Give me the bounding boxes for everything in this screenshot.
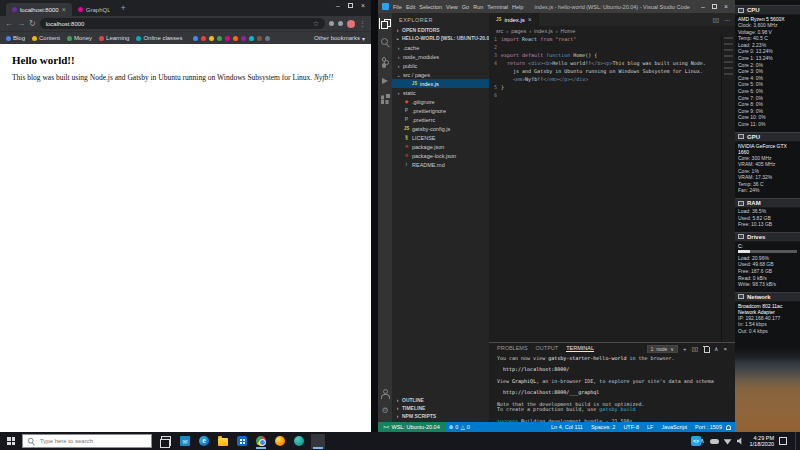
bookmark-favicon-icon[interactable] bbox=[265, 36, 270, 41]
menu-selection[interactable]: Selection bbox=[419, 4, 442, 10]
maximize-icon[interactable] bbox=[712, 4, 717, 9]
source-control-icon[interactable] bbox=[379, 56, 391, 67]
back-icon[interactable]: ← bbox=[5, 20, 13, 28]
extension-icon[interactable] bbox=[329, 21, 334, 26]
settings-gear-icon[interactable]: ⚙ bbox=[379, 405, 391, 416]
eol-type[interactable]: LF bbox=[643, 424, 657, 430]
panel-tab-terminal[interactable]: TERMINAL bbox=[566, 345, 594, 352]
file-tree-item[interactable]: ›.cache bbox=[392, 43, 489, 52]
menu-edit[interactable]: Edit bbox=[406, 4, 415, 10]
file-tree-item[interactable]: §LICENSE bbox=[392, 133, 489, 142]
breadcrumb-item[interactable]: src bbox=[496, 28, 503, 34]
wifi-icon[interactable] bbox=[724, 438, 732, 445]
encoding[interactable]: UTF-8 bbox=[619, 424, 643, 430]
file-tree-item[interactable]: ◆.gitignore bbox=[392, 97, 489, 106]
bookmark-favicon-icon[interactable] bbox=[233, 36, 238, 41]
file-tree-item[interactable]: P.prettierignore bbox=[392, 106, 489, 115]
code-line[interactable]: js and Gatsby in Ubuntu running on Windo… bbox=[489, 67, 735, 75]
sidebar-section-outline[interactable]: ›OUTLINE bbox=[392, 396, 489, 404]
mail-taskbar-icon[interactable] bbox=[178, 434, 192, 449]
file-explorer-taskbar-icon[interactable] bbox=[216, 434, 230, 449]
sidebar-section-npm-scripts[interactable]: ›NPM SCRIPTS bbox=[392, 412, 489, 420]
menu-terminal[interactable]: Terminal bbox=[487, 4, 508, 10]
profile-avatar[interactable] bbox=[347, 20, 355, 28]
bookmark-favicon-icon[interactable] bbox=[241, 36, 246, 41]
file-tree-item[interactable]: ›public bbox=[392, 61, 489, 70]
search-input[interactable] bbox=[40, 438, 140, 444]
maximize-panel-icon[interactable]: ∧ bbox=[714, 346, 718, 352]
sidebar-section-timeline[interactable]: ›TIMELINE bbox=[392, 404, 489, 412]
code-line[interactable]: 6 bbox=[489, 91, 735, 99]
bookmark-favicon-icon[interactable] bbox=[249, 36, 254, 41]
file-tree-item[interactable]: ›node_modules bbox=[392, 52, 489, 61]
run-debug-icon[interactable] bbox=[379, 75, 391, 86]
bookmark-item[interactable]: Money bbox=[67, 35, 92, 41]
store-taskbar-icon[interactable] bbox=[235, 434, 249, 449]
taskbar-clock[interactable]: 4:29 PM 1/18/2020 bbox=[750, 435, 774, 448]
more-actions-icon[interactable]: ⋯ bbox=[724, 16, 730, 23]
code-editor[interactable]: 1import React from "react"23export defau… bbox=[489, 35, 735, 342]
tab-close-icon[interactable]: × bbox=[528, 16, 532, 23]
language-mode[interactable]: JavaScript bbox=[657, 424, 691, 430]
bookmark-item[interactable]: Online classes bbox=[136, 35, 182, 41]
bookmark-favicon-icon[interactable] bbox=[209, 36, 214, 41]
file-tree-item[interactable]: JSindex.js bbox=[392, 79, 489, 88]
file-tree-item[interactable]: ›static bbox=[392, 88, 489, 97]
close-icon[interactable]: × bbox=[361, 2, 365, 9]
breadcrumb-item[interactable]: Home bbox=[561, 28, 576, 34]
workspace-root-section[interactable]: ⌄ HELLO-WORLD [WSL: UBUNTU-20.04] bbox=[392, 34, 489, 42]
forward-icon[interactable]: → bbox=[17, 20, 25, 28]
file-tree-item[interactable]: ⌄src / pages bbox=[392, 70, 489, 79]
file-tree-item[interactable]: iREADME.md bbox=[392, 160, 489, 169]
file-tree-item[interactable]: JSgatsby-config.js bbox=[392, 124, 489, 133]
volume-icon[interactable] bbox=[737, 437, 745, 445]
remote-indicator[interactable]: >< WSL: Ubuntu-20.04 bbox=[378, 422, 445, 432]
browser-menu-icon[interactable]: ⋮ bbox=[359, 20, 366, 28]
breadcrumb-item[interactable]: pages bbox=[511, 28, 526, 34]
edge-taskbar-icon[interactable] bbox=[197, 434, 211, 449]
minimap[interactable] bbox=[721, 35, 735, 342]
menu-view[interactable]: View bbox=[446, 4, 458, 10]
menu-run[interactable]: Run bbox=[473, 4, 483, 10]
file-tree-item[interactable]: P.prettierrc bbox=[392, 115, 489, 124]
browser-tab[interactable]: localhost:8000× bbox=[6, 3, 72, 16]
breadcrumb[interactable]: src›pages›index.js›Home bbox=[489, 26, 735, 35]
extension-icon[interactable] bbox=[338, 21, 343, 26]
account-icon[interactable] bbox=[379, 388, 391, 399]
code-line[interactable]: 4 return <div><b>Hello world!!</b><p>Thi… bbox=[489, 59, 735, 67]
new-terminal-icon[interactable]: + bbox=[683, 346, 687, 352]
code-line[interactable]: 3export default function Home() { bbox=[489, 51, 735, 59]
problems-indicator[interactable]: ⊗0 △0 bbox=[445, 424, 474, 430]
port-indicator[interactable]: Port : 1509 bbox=[691, 424, 726, 430]
panel-tab-output[interactable]: OUTPUT bbox=[536, 345, 559, 352]
indentation[interactable]: Spaces: 2 bbox=[587, 424, 619, 430]
file-tree-item[interactable]: npackage-lock.json bbox=[392, 151, 489, 160]
breadcrumb-item[interactable]: index.js bbox=[534, 28, 553, 34]
close-panel-icon[interactable]: × bbox=[723, 346, 727, 352]
menu-file[interactable]: File bbox=[393, 4, 402, 10]
other-bookmarks-button[interactable]: Other bookmarks ▾ bbox=[314, 35, 365, 42]
tab-close-icon[interactable]: × bbox=[62, 6, 66, 13]
onedrive-icon[interactable] bbox=[710, 439, 719, 444]
notifications-bell-icon[interactable] bbox=[726, 425, 731, 430]
browser-tab[interactable]: GraphQL bbox=[72, 3, 117, 16]
taskbar-search[interactable] bbox=[22, 434, 152, 448]
editor-tab[interactable]: JS index.js × bbox=[489, 13, 539, 26]
explorer-icon[interactable] bbox=[379, 18, 391, 29]
minimize-icon[interactable]: – bbox=[701, 3, 705, 10]
code-line[interactable]: 2 bbox=[489, 43, 735, 51]
split-editor-icon[interactable]: ▯▯ bbox=[712, 16, 719, 23]
bookmark-favicon-icon[interactable] bbox=[193, 36, 198, 41]
address-bar[interactable]: localhost:8000 ☆ bbox=[40, 18, 325, 29]
show-desktop-button[interactable] bbox=[795, 432, 797, 450]
bookmark-item[interactable]: Learning bbox=[99, 35, 129, 41]
bookmark-star-icon[interactable]: ☆ bbox=[313, 20, 319, 28]
kill-terminal-icon[interactable] bbox=[703, 346, 709, 352]
code-line[interactable]: 1import React from "react" bbox=[489, 35, 735, 43]
cursor-position[interactable]: Ln 4, Col 111 bbox=[547, 424, 587, 430]
menu-help[interactable]: Help bbox=[512, 4, 523, 10]
menu-go[interactable]: Go bbox=[462, 4, 469, 10]
extensions-icon[interactable] bbox=[379, 94, 391, 105]
search-icon[interactable] bbox=[379, 37, 391, 48]
split-terminal-icon[interactable]: ▯▯ bbox=[691, 346, 698, 352]
